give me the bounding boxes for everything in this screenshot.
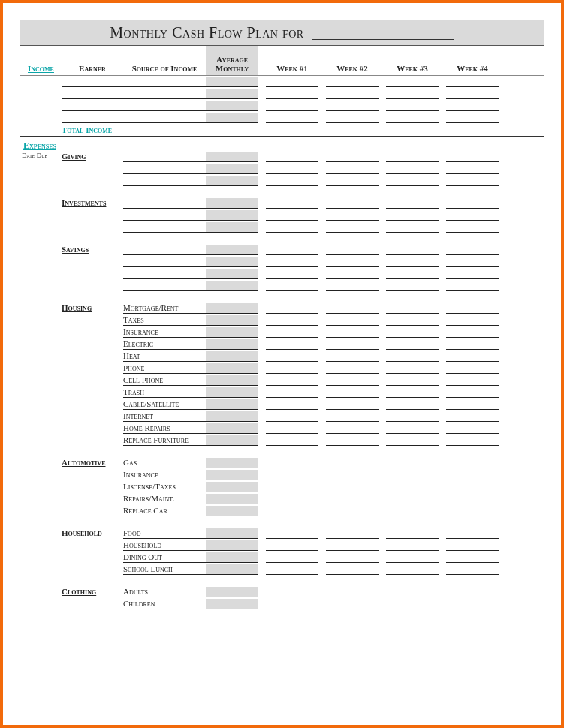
expense-category-label xyxy=(62,399,123,399)
expense-row[interactable]: Insurance xyxy=(20,469,544,481)
expense-category-label xyxy=(62,209,123,210)
earner-heading: Earner xyxy=(62,46,123,75)
expense-item-label: Insurance xyxy=(123,327,158,336)
section-spacer xyxy=(20,610,544,621)
expense-category-label xyxy=(62,221,123,222)
expense-category-label xyxy=(62,435,123,435)
expense-row[interactable]: Clothing Adults xyxy=(20,586,544,598)
expense-row[interactable]: Cell Phone xyxy=(20,375,544,387)
expense-category-label: Automotive xyxy=(62,457,123,467)
avg-heading: Average Monthly xyxy=(206,46,258,75)
expense-item-label: Cell Phone xyxy=(123,375,163,384)
title-row: Monthly Cash Flow Plan for xyxy=(20,20,544,46)
expense-category-label xyxy=(62,314,123,315)
expense-item-label: Replace Furniture xyxy=(123,435,189,444)
expense-item-label: Liscense/Taxes xyxy=(123,482,176,491)
expense-category-label xyxy=(62,481,123,482)
expense-row[interactable]: Automotive Gas xyxy=(20,457,544,469)
expense-category-label xyxy=(62,540,123,540)
expense-row[interactable]: Insurance xyxy=(20,326,544,338)
expense-item-label: Cable/Satellite xyxy=(123,399,179,408)
expense-category-label xyxy=(62,256,123,257)
expense-category-label: Giving xyxy=(62,151,123,161)
expense-row[interactable] xyxy=(20,163,544,175)
total-income-row: Total Income xyxy=(20,124,544,136)
wk4-heading: Week #4 xyxy=(446,46,499,75)
expense-category-label xyxy=(62,326,123,327)
expense-category-label xyxy=(62,338,123,339)
expense-item-label: Repairs/Maint. xyxy=(123,494,175,503)
income-row[interactable] xyxy=(20,88,544,100)
expense-item-label: Replace Car xyxy=(123,506,167,515)
expense-row[interactable]: Dining Out xyxy=(20,552,544,564)
expense-row[interactable]: Cable/Satellite xyxy=(20,399,544,411)
expense-item-label: Heat xyxy=(123,351,140,360)
income-row[interactable] xyxy=(20,76,544,88)
expense-item-label: Dining Out xyxy=(123,552,162,561)
expense-category-label: Household xyxy=(62,528,123,537)
expense-category-label: Investments xyxy=(62,197,123,207)
expense-row[interactable]: Phone xyxy=(20,362,544,375)
expense-row[interactable]: Heat xyxy=(20,350,544,362)
expense-item-label: Adults xyxy=(123,587,148,596)
expense-item-label: Household xyxy=(123,540,161,549)
wk2-heading: Week #2 xyxy=(326,46,379,75)
expense-row[interactable]: Housing Mortgage/Rent xyxy=(20,302,544,314)
expense-row[interactable]: Repairs/Maint. xyxy=(20,493,544,505)
section-spacer xyxy=(20,576,544,586)
expenses-heading: Expenses xyxy=(20,137,544,151)
expense-item-label: School Lunch xyxy=(123,564,173,573)
section-spacer xyxy=(20,292,544,302)
page-title: Monthly Cash Flow Plan for xyxy=(110,24,303,41)
total-income-label: Total Income xyxy=(62,125,123,134)
expense-row[interactable]: Household xyxy=(20,540,544,552)
expense-category-label: Housing xyxy=(62,302,123,312)
expense-row[interactable]: Household Food xyxy=(20,528,544,540)
expense-item-label: Phone xyxy=(123,363,144,372)
expense-row[interactable]: Liscense/Taxes xyxy=(20,481,544,493)
expense-category-label xyxy=(62,411,123,411)
expense-row[interactable]: School Lunch xyxy=(20,564,544,576)
expense-row[interactable]: Savings xyxy=(20,244,544,256)
expense-category-label xyxy=(62,163,123,164)
expense-category-label: Clothing xyxy=(62,586,123,596)
expense-row[interactable] xyxy=(20,175,544,187)
expense-row[interactable]: Home Repairs xyxy=(20,423,544,435)
expense-category-label xyxy=(62,280,123,281)
expense-row[interactable] xyxy=(20,221,544,233)
income-row[interactable] xyxy=(20,112,544,124)
expense-category-label xyxy=(62,598,123,599)
expense-row[interactable]: Children xyxy=(20,598,544,610)
expense-row[interactable]: Replace Furniture xyxy=(20,435,544,447)
expense-item-label: Electric xyxy=(123,339,153,348)
expense-row[interactable]: Electric xyxy=(20,338,544,350)
expense-row[interactable] xyxy=(20,256,544,268)
expense-item-label: Internet xyxy=(123,411,153,420)
section-spacer xyxy=(20,187,544,197)
expense-category-label xyxy=(62,469,123,470)
section-spacer xyxy=(20,447,544,457)
expense-row[interactable]: Trash xyxy=(20,387,544,399)
expense-row[interactable]: Taxes xyxy=(20,314,544,326)
expense-row[interactable]: Internet xyxy=(20,411,544,423)
date-due-label: Date Due xyxy=(20,151,62,159)
expense-item-label: Mortgage/Rent xyxy=(123,303,178,312)
expense-row[interactable]: Replace Car xyxy=(20,505,544,517)
column-headers: Income Earner Source of Income Average M… xyxy=(20,46,544,76)
title-blank-line[interactable] xyxy=(312,26,454,40)
expense-item-label: Trash xyxy=(123,387,144,396)
expense-category-label xyxy=(62,375,123,375)
expense-category-label: Savings xyxy=(62,244,123,254)
source-heading: Source of Income xyxy=(123,46,206,75)
section-spacer xyxy=(20,233,544,244)
section-spacer xyxy=(20,517,544,528)
expense-row[interactable] xyxy=(20,280,544,292)
income-row[interactable] xyxy=(20,100,544,112)
expense-category-label xyxy=(62,387,123,387)
expense-row[interactable]: Investments xyxy=(20,197,544,209)
expense-category-label xyxy=(62,564,123,564)
expense-row[interactable] xyxy=(20,209,544,221)
expense-item-label: Home Repairs xyxy=(123,423,170,432)
expense-row[interactable]: Date Due Giving xyxy=(20,151,544,163)
expense-row[interactable] xyxy=(20,268,544,280)
